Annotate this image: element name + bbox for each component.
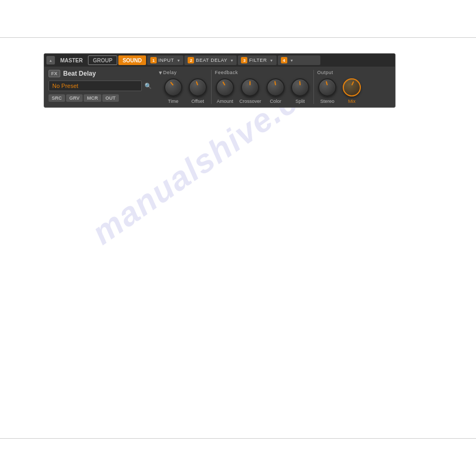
output-section: Output Stereo — [317, 70, 362, 104]
fx-slot-3-arrow: ▼ — [270, 59, 273, 62]
knob-amount[interactable] — [215, 77, 235, 98]
plugin-container: MASTER GROUP SOUND 1 INPUT ▼ 2 BEAT DELA… — [44, 53, 396, 108]
preset-name[interactable]: No Preset — [49, 80, 142, 91]
knob-group-split: Split — [290, 77, 310, 104]
knob-stereo-outer[interactable] — [318, 78, 336, 96]
output-label: Output — [317, 70, 362, 75]
knob-offset[interactable] — [188, 77, 208, 98]
feedback-section: Feedback Amount — [215, 70, 310, 104]
knob-group-time: Time — [163, 77, 183, 104]
knob-offset-outer[interactable] — [189, 78, 207, 96]
fx-slot-1-number: 1 — [150, 57, 157, 63]
knob-group-mix: Mix — [342, 77, 362, 104]
knob-split-label: Split — [295, 99, 305, 104]
knob-offset-label: Offset — [191, 99, 204, 104]
tab-grv[interactable]: GRV — [66, 94, 83, 102]
knob-crossover-outer[interactable] — [241, 78, 259, 96]
fx-slot-2-arrow: ▼ — [230, 59, 234, 62]
fx-slot-1-arrow: ▼ — [177, 59, 181, 62]
knob-color[interactable] — [265, 77, 286, 98]
bottom-tabs: SRC GRV MCR OUT — [49, 94, 152, 102]
knob-mix-outer[interactable] — [343, 78, 361, 96]
knob-group-color: Color — [265, 77, 286, 104]
fx-slot-2-name: BEAT DELAY — [196, 58, 227, 63]
knob-amount-outer[interactable] — [216, 78, 234, 96]
fx-slot-3-number: 3 — [241, 57, 247, 63]
fx-slot-3[interactable]: 3 FILTER ▼ — [238, 55, 276, 65]
fx-slot-2[interactable]: 2 BEAT DELAY ▼ — [184, 55, 237, 65]
feedback-label: Feedback — [215, 70, 310, 75]
fx-slot-3-name: FILTER — [249, 58, 267, 63]
fx-slot-1-name: INPUT — [158, 58, 174, 63]
tab-src[interactable]: SRC — [49, 94, 65, 102]
tab-mcr[interactable]: MCR — [84, 94, 101, 102]
knob-crossover-indicator — [249, 81, 251, 85]
preset-search-icon[interactable]: 🔍 — [144, 82, 152, 90]
knob-amount-label: Amount — [216, 99, 233, 104]
tab-sound[interactable]: SOUND — [118, 55, 146, 65]
knob-offset-indicator — [196, 81, 198, 85]
top-bar: MASTER GROUP SOUND 1 INPUT ▼ 2 BEAT DELA… — [44, 54, 395, 67]
feedback-knobs: Amount Crossover — [215, 77, 310, 104]
knob-stereo[interactable] — [317, 77, 337, 98]
knob-time-indicator — [170, 82, 174, 85]
main-content: FX Beat Delay No Preset 🔍 SRC GRV MCR OU… — [44, 67, 395, 107]
top-border — [0, 37, 476, 38]
fx-badge: FX — [49, 70, 60, 77]
divider-2 — [313, 70, 314, 104]
knob-group-stereo: Stereo — [317, 77, 337, 104]
knob-stereo-indicator — [326, 81, 328, 85]
fx-title: Beat Delay — [63, 70, 96, 77]
delay-label: Delay — [163, 70, 208, 75]
fx-header: FX Beat Delay — [49, 70, 152, 77]
fx-slot-4-number: 4 — [281, 57, 287, 63]
knob-time[interactable] — [163, 77, 183, 98]
knob-color-outer[interactable] — [267, 78, 285, 96]
delay-knobs: Time Offset — [163, 77, 208, 104]
knob-split[interactable] — [290, 77, 310, 98]
knob-crossover[interactable] — [240, 77, 260, 98]
knob-group-crossover: Crossover — [239, 77, 261, 104]
output-knobs: Stereo Mix — [317, 77, 362, 104]
fx-slot-2-number: 2 — [188, 57, 194, 63]
fx-chain: 1 INPUT ▼ 2 BEAT DELAY ▼ 3 FILTER ▼ 4 ▼ — [147, 55, 393, 65]
fx-slot-1[interactable]: 1 INPUT ▼ — [147, 55, 183, 65]
knob-time-outer[interactable] — [164, 78, 182, 96]
delay-section: Delay Time — [163, 70, 208, 104]
knob-crossover-label: Crossover — [239, 99, 261, 104]
knob-stereo-label: Stereo — [320, 99, 335, 104]
tab-group[interactable]: GROUP — [88, 55, 117, 65]
knob-mix[interactable] — [342, 77, 362, 98]
left-panel: FX Beat Delay No Preset 🔍 SRC GRV MCR OU… — [49, 70, 152, 104]
tab-master[interactable]: MASTER — [56, 55, 87, 65]
tab-out[interactable]: OUT — [102, 94, 119, 102]
knob-time-label: Time — [168, 99, 179, 104]
right-panel: ▼ Delay — [155, 70, 393, 104]
fx-slot-4-arrow: ▼ — [290, 59, 294, 62]
bottom-border — [0, 438, 476, 439]
divider-1 — [211, 70, 212, 104]
knob-color-indicator — [275, 81, 276, 85]
fx-slot-4[interactable]: 4 ▼ — [278, 55, 320, 65]
knobs-area: Delay Time — [163, 70, 362, 104]
knob-group-offset: Offset — [188, 77, 208, 104]
knob-group-amount: Amount — [215, 77, 235, 104]
collapse-button[interactable] — [46, 56, 55, 64]
section-collapse-arrow[interactable]: ▼ — [158, 70, 163, 76]
knob-mix-label: Mix — [348, 99, 356, 104]
knob-split-outer[interactable] — [291, 78, 309, 96]
knob-split-indicator — [299, 81, 301, 85]
knob-amount-indicator — [222, 82, 225, 86]
knob-mix-indicator — [351, 81, 354, 85]
preset-row: No Preset 🔍 — [49, 80, 152, 91]
knob-color-label: Color — [270, 99, 281, 104]
